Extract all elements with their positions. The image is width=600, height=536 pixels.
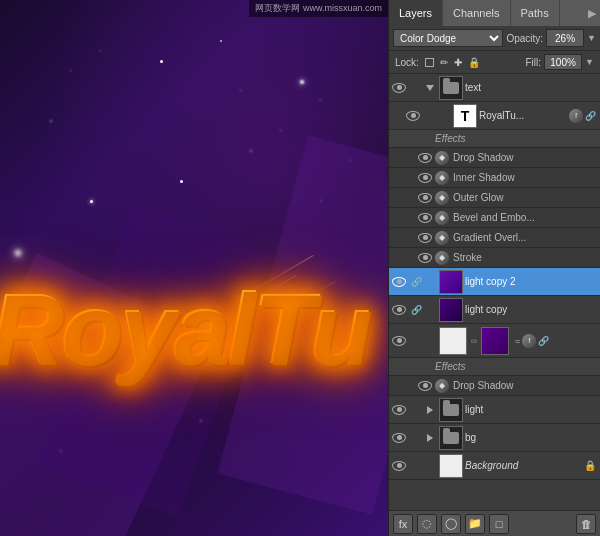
eye-gradient[interactable] xyxy=(415,233,435,243)
opacity-label: Opacity: xyxy=(506,33,543,44)
effect-icon-drop-shadow-1: ◆ xyxy=(435,151,449,165)
eye-bg-group[interactable] xyxy=(389,433,409,443)
lock-image[interactable]: ✏ xyxy=(440,57,448,68)
shape-fx: f xyxy=(522,334,536,348)
eye-drop-shadow-2[interactable] xyxy=(415,381,435,391)
tab-channels[interactable]: Channels xyxy=(443,0,510,26)
shape-link2: 🔗 xyxy=(538,336,549,346)
lock-position[interactable]: ✚ xyxy=(454,57,462,68)
thumb-background xyxy=(439,454,463,478)
thumb-bg-group xyxy=(439,426,463,450)
fill-input[interactable] xyxy=(544,54,582,70)
link-light-copy: 🔗 xyxy=(409,305,423,315)
delete-layer-button[interactable]: 🗑 xyxy=(576,514,596,534)
thumb-shape-right xyxy=(481,327,509,355)
eye-light-copy[interactable] xyxy=(389,305,409,315)
new-layer-button[interactable]: □ xyxy=(489,514,509,534)
opacity-input[interactable] xyxy=(546,29,584,47)
thumb-light-group xyxy=(439,398,463,422)
thumb-royaltu: T xyxy=(453,104,477,128)
tab-layers[interactable]: Layers xyxy=(389,0,443,26)
effect-icon-bevel: ◆ xyxy=(435,211,449,225)
layer-row-shape[interactable]: ∞ = f 🔗 xyxy=(389,324,600,358)
effect-icon-outer-glow: ◆ xyxy=(435,191,449,205)
effect-row-stroke[interactable]: ◆ Stroke xyxy=(389,248,600,268)
tabs-row: Layers Channels Paths ▶ xyxy=(389,0,600,26)
lock-all[interactable]: 🔒 xyxy=(468,57,480,68)
background-lock-icon: 🔒 xyxy=(584,460,596,471)
lock-transparent[interactable] xyxy=(425,58,434,67)
layer-row-bg-group[interactable]: bg xyxy=(389,424,600,452)
effect-row-drop-shadow-1[interactable]: ◆ Drop Shadow xyxy=(389,148,600,168)
layer-row-light-copy[interactable]: 🔗 light copy xyxy=(389,296,600,324)
layers-list: text T RoyalTu... f 🔗 Effects ◆ Drop Sha… xyxy=(389,74,600,510)
layer-name-text-group: text xyxy=(465,82,600,93)
panel-expand[interactable]: ▶ xyxy=(584,0,600,26)
eye-shape[interactable] xyxy=(389,336,409,346)
effect-row-drop-shadow-2[interactable]: ◆ Drop Shadow xyxy=(389,376,600,396)
layer-name-background: Background xyxy=(465,460,584,471)
opacity-arrow[interactable]: ▼ xyxy=(587,33,596,43)
eye-inner-shadow[interactable] xyxy=(415,173,435,183)
effect-row-outer-glow[interactable]: ◆ Outer Glow xyxy=(389,188,600,208)
layer-row-royaltu[interactable]: T RoyalTu... f 🔗 xyxy=(389,102,600,130)
thumb-light-copy-2 xyxy=(439,270,463,294)
layer-row-text-group[interactable]: text xyxy=(389,74,600,102)
group-button[interactable]: 📁 xyxy=(465,514,485,534)
eye-outer-glow[interactable] xyxy=(415,193,435,203)
thumb-shape-left xyxy=(439,327,467,355)
fill-row: Fill: ▼ xyxy=(526,54,594,70)
mask-button[interactable]: ◯ xyxy=(441,514,461,534)
eye-drop-shadow-1[interactable] xyxy=(415,153,435,163)
link-light-copy-2: 🔗 xyxy=(409,277,423,287)
layer-row-light-copy-2[interactable]: 🔗 light copy 2 xyxy=(389,268,600,296)
layer-name-light-copy-2: light copy 2 xyxy=(465,276,600,287)
eye-light-group[interactable] xyxy=(389,405,409,415)
layer-row-light-group[interactable]: light xyxy=(389,396,600,424)
effect-name-gradient: Gradient Overl... xyxy=(453,232,526,243)
eye-bevel[interactable] xyxy=(415,213,435,223)
canvas-text: RoyalTu xyxy=(0,271,369,386)
effect-icon-stroke: ◆ xyxy=(435,251,449,265)
layer-row-background[interactable]: Background 🔒 xyxy=(389,452,600,480)
effect-name-outer-glow: Outer Glow xyxy=(453,192,504,203)
canvas-area: RoyalTu 网页数学网 www.missxuan.com xyxy=(0,0,388,536)
expand-text-group[interactable] xyxy=(423,85,437,91)
new-style-button[interactable]: fx xyxy=(393,514,413,534)
effect-row-gradient[interactable]: ◆ Gradient Overl... xyxy=(389,228,600,248)
eye-stroke[interactable] xyxy=(415,253,435,263)
opacity-row: Opacity: ▼ xyxy=(506,29,596,47)
effect-name-drop-shadow-2: Drop Shadow xyxy=(453,380,514,391)
effects-label-shape: Effects xyxy=(389,358,600,376)
lock-label: Lock: xyxy=(395,57,419,68)
chain-icon-shape: ∞ xyxy=(469,336,479,346)
thumb-text-group xyxy=(439,76,463,100)
layer-name-light-group: light xyxy=(465,404,600,415)
layers-panel: Layers Channels Paths ▶ Color Dodge Norm… xyxy=(388,0,600,536)
eye-light-copy-2[interactable] xyxy=(389,277,409,287)
expand-bg-group[interactable] xyxy=(423,434,437,442)
effect-name-stroke: Stroke xyxy=(453,252,482,263)
eye-background[interactable] xyxy=(389,461,409,471)
effect-row-bevel[interactable]: ◆ Bevel and Embo... xyxy=(389,208,600,228)
tab-paths[interactable]: Paths xyxy=(511,0,560,26)
eye-text-group[interactable] xyxy=(389,83,409,93)
blend-mode-select[interactable]: Color Dodge Normal Multiply Screen Overl… xyxy=(393,29,503,47)
layer-name-royaltu: RoyalTu... xyxy=(479,110,569,121)
effect-name-bevel: Bevel and Embo... xyxy=(453,212,535,223)
bottom-toolbar: fx ◌ ◯ 📁 □ 🗑 xyxy=(389,510,600,536)
layer-name-bg-group: bg xyxy=(465,432,600,443)
effect-name-drop-shadow-1: Drop Shadow xyxy=(453,152,514,163)
effect-icon-drop-shadow-2: ◆ xyxy=(435,379,449,393)
adjustment-button[interactable]: ◌ xyxy=(417,514,437,534)
shape-equals: = xyxy=(515,336,520,346)
expand-light-group[interactable] xyxy=(423,406,437,414)
layer-name-light-copy: light copy xyxy=(465,304,600,315)
lock-row: Lock: ✏ ✚ 🔒 Fill: ▼ xyxy=(389,51,600,74)
eye-royaltu[interactable] xyxy=(403,111,423,121)
fill-arrow[interactable]: ▼ xyxy=(585,57,594,67)
thumb-light-copy xyxy=(439,298,463,322)
effect-row-inner-shadow[interactable]: ◆ Inner Shadow xyxy=(389,168,600,188)
effect-name-inner-shadow: Inner Shadow xyxy=(453,172,515,183)
watermark: 网页数学网 www.missxuan.com xyxy=(249,0,388,17)
